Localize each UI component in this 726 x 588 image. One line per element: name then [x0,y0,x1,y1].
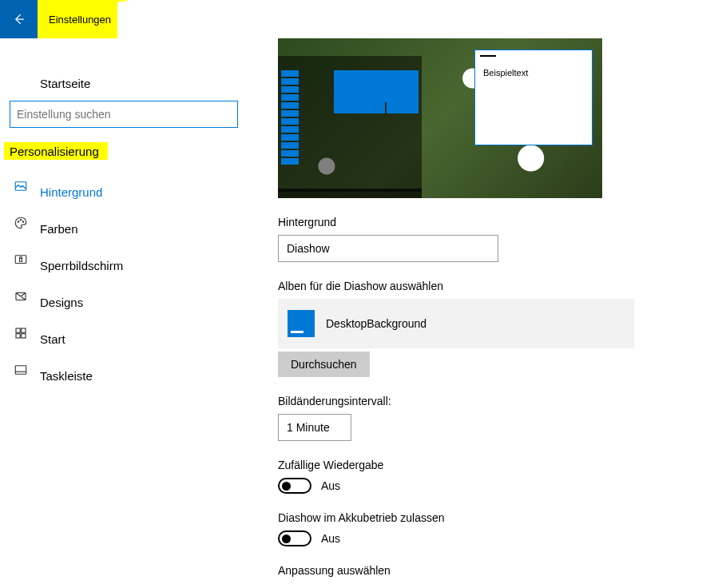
chevron-down-icon [480,243,490,255]
svg-point-3 [18,221,19,223]
sidebar-item-label: Taskleiste [40,369,93,383]
albums-label: Alben für die Diashow auswählen [278,280,709,292]
background-select[interactable]: Diashow [278,235,498,262]
background-label: Hintergrund [278,216,709,228]
image-icon [13,179,29,193]
preview-taskbar [278,189,422,198]
folder-icon [288,310,315,337]
svg-rect-9 [16,328,20,332]
svg-rect-13 [15,366,26,375]
sidebar-item-start[interactable]: Start [0,315,248,352]
preview-sample-window: Beispieltext [474,50,593,145]
sidebar-item-label: Farben [40,222,78,236]
sidebar-item-hintergrund[interactable]: Hintergrund [0,168,248,205]
fit-label-cutoff: Anpassung auswählen [278,564,709,577]
chevron-down-icon [333,422,343,434]
svg-rect-7 [20,259,22,262]
sidebar-item-label: Designs [40,296,83,309]
search-input[interactable] [17,108,220,121]
sidebar-section-header: Personalisierung [0,142,248,160]
lock-screen-icon [13,252,29,267]
gear-icon [13,70,29,85]
sidebar-item-taskleiste[interactable]: Taskleiste [0,352,248,388]
svg-rect-12 [22,334,26,338]
taskbar-icon [13,363,29,377]
desktop-preview: Aa Beispieltext [278,38,602,198]
sidebar-item-label: Sperrbildschirm [40,259,123,272]
preview-start-list [281,70,299,166]
background-select-value: Diashow [287,242,330,255]
palette-icon [13,216,29,230]
svg-rect-11 [16,334,20,338]
shuffle-label: Zufällige Wiedergabe [278,459,709,471]
sidebar-item-farben[interactable]: Farben [0,205,248,241]
sidebar-item-label: Start [40,332,65,346]
arrow-left-icon [11,11,27,27]
themes-icon [13,289,29,304]
shuffle-toggle[interactable] [278,478,311,494]
start-icon [13,326,29,340]
svg-point-1 [222,109,228,116]
interval-label: Bildänderungsintervall: [278,395,709,407]
search-input-container[interactable] [10,101,238,128]
sidebar-item-sperrbildschirm[interactable]: Sperrbildschirm [0,241,248,278]
album-name: DesktopBackground [326,317,426,330]
browse-button[interactable]: Durchsuchen [278,352,370,377]
preview-tiles: Aa [334,70,422,134]
app-title: Einstellungen [49,14,111,26]
battery-toggle[interactable] [278,530,311,546]
sidebar-item-designs[interactable]: Designs [0,278,248,315]
battery-label: Diashow im Akkubetrieb zulassen [278,511,709,524]
search-icon [220,108,231,121]
sidebar-home-label: Startseite [40,77,90,90]
svg-point-4 [20,220,22,221]
battery-state: Aus [321,532,340,545]
svg-point-0 [19,76,23,80]
interval-select[interactable]: 1 Minute [278,414,351,441]
svg-rect-10 [22,328,26,332]
back-button[interactable] [0,0,38,38]
sidebar-home[interactable]: Startseite [0,59,248,96]
svg-point-5 [22,221,24,223]
preview-sample-text: Beispieltext [483,68,528,77]
interval-select-value: 1 Minute [287,421,330,434]
album-row[interactable]: DesktopBackground [278,299,634,348]
shuffle-state: Aus [321,479,340,492]
sidebar-item-label: Hintergrund [40,185,102,199]
